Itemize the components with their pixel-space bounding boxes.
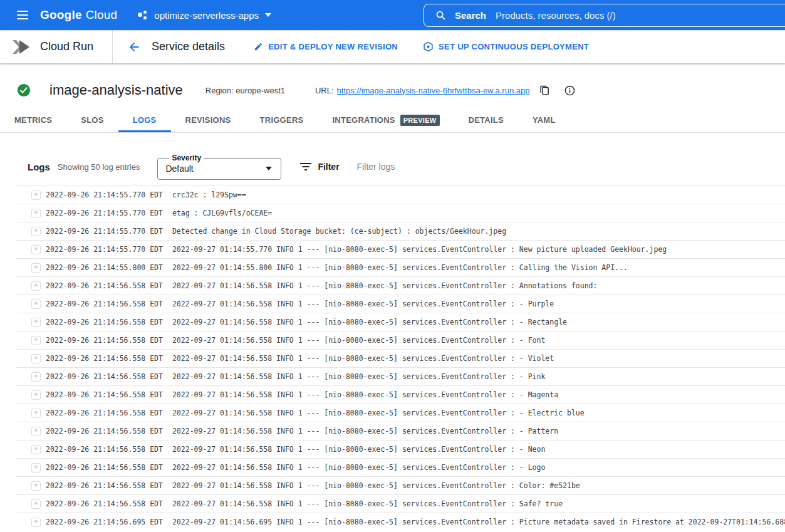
tab[interactable]: METRICS <box>0 110 66 132</box>
filter-icon <box>300 162 311 171</box>
log-timestamp: 2022-09-26 21:14:56.558 EDT <box>46 336 163 345</box>
log-message: 2022-09-27 01:14:56.558 INFO 1 --- [nio-… <box>172 463 545 472</box>
log-message: 2022-09-27 01:14:55.770 INFO 1 --- [nio-… <box>172 245 667 254</box>
log-severity-default-icon: * <box>31 318 41 327</box>
log-row[interactable]: * 2022-09-26 21:14:56.558 EDT 2022-09-27… <box>16 331 785 349</box>
log-row[interactable]: * 2022-09-26 21:14:56.558 EDT 2022-09-27… <box>16 313 785 331</box>
product-name[interactable]: Cloud Run <box>40 40 93 53</box>
tab[interactable]: SLOS <box>66 110 118 132</box>
log-timestamp: 2022-09-26 21:14:55.770 EDT <box>46 245 163 254</box>
service-region: Region: europe-west1 <box>205 86 285 95</box>
log-row[interactable]: * 2022-09-26 21:14:56.558 EDT 2022-09-27… <box>16 422 785 440</box>
log-severity-default-icon: * <box>31 427 41 436</box>
log-message: 2022-09-27 01:14:56.558 INFO 1 --- [nio-… <box>172 354 554 363</box>
log-severity-default-icon: * <box>31 409 41 418</box>
info-icon <box>564 85 575 96</box>
log-row[interactable]: * 2022-09-26 21:14:55.770 EDT Detected c… <box>16 222 785 240</box>
log-severity-default-icon: * <box>31 354 41 363</box>
log-row[interactable]: * 2022-09-26 21:14:56.558 EDT 2022-09-27… <box>16 404 785 422</box>
url-info-button[interactable] <box>562 83 577 98</box>
status-ok-icon <box>17 83 31 97</box>
log-row[interactable]: * 2022-09-26 21:14:55.770 EDT crc32c : l… <box>16 185 785 204</box>
logo-cloud-text: Cloud <box>86 8 118 22</box>
log-severity-default-icon: * <box>31 390 41 400</box>
menu-icon[interactable] <box>10 3 35 28</box>
tab[interactable]: INTEGRATIONS PREVIEW <box>318 110 454 132</box>
edit-deploy-revision-button[interactable]: EDIT & DEPLOY NEW REVISION <box>254 42 398 51</box>
log-row[interactable]: * 2022-09-26 21:14:56.558 EDT 2022-09-27… <box>16 440 785 458</box>
search-label: Search <box>455 10 486 21</box>
tab[interactable]: DETAILS <box>454 110 518 132</box>
log-severity-default-icon: * <box>31 190 41 200</box>
tab-bar: METRICS SLOS LOGS REVISIONS TRIGGERS INT… <box>0 110 785 133</box>
tab-label: METRICS <box>14 115 52 125</box>
search-placeholder: Products, resources, docs (/) <box>496 10 616 21</box>
search-icon <box>435 10 446 21</box>
log-timestamp: 2022-09-26 21:14:56.558 EDT <box>46 318 163 326</box>
log-row[interactable]: * 2022-09-26 21:14:55.800 EDT 2022-09-27… <box>16 258 785 276</box>
severity-select[interactable]: Severity Default <box>157 154 281 180</box>
tab[interactable]: REVISIONS <box>171 110 246 132</box>
log-timestamp: 2022-09-26 21:14:56.558 EDT <box>46 354 163 363</box>
log-severity-default-icon: * <box>31 499 41 509</box>
log-timestamp: 2022-09-26 21:14:56.558 EDT <box>46 390 163 399</box>
log-message: 2022-09-27 01:14:56.558 INFO 1 --- [nio-… <box>172 481 580 490</box>
log-message: 2022-09-27 01:14:56.558 INFO 1 --- [nio-… <box>172 318 567 326</box>
project-name: optimize-serverless-apps <box>154 10 259 21</box>
log-message: 2022-09-27 01:14:56.558 INFO 1 --- [nio-… <box>172 445 545 454</box>
top-app-bar: Google Cloud optimize-serverless-apps Se… <box>0 0 785 30</box>
service-url-link[interactable]: https://image-analysis-native-6hrfwttbsa… <box>337 86 530 95</box>
setup-continuous-deployment-button[interactable]: SET UP CONTINUOUS DEPLOYMENT <box>423 41 589 52</box>
log-severity-default-icon: * <box>31 245 41 254</box>
filter-input-placeholder[interactable]: Filter logs <box>357 162 395 172</box>
log-severity-default-icon: * <box>31 518 41 527</box>
tab-label: SLOS <box>81 115 103 125</box>
log-timestamp: 2022-09-26 21:14:56.558 EDT <box>46 300 163 308</box>
log-message: 2022-09-27 01:14:56.558 INFO 1 --- [nio-… <box>172 281 598 290</box>
product-header: Cloud Run Service details EDIT & DEPLOY … <box>0 30 785 63</box>
back-button[interactable] <box>122 34 147 60</box>
google-cloud-logo[interactable]: Google Cloud <box>40 8 117 22</box>
log-timestamp: 2022-09-26 21:14:55.770 EDT <box>46 190 163 199</box>
log-message: Detected change in Cloud Storage bucket:… <box>172 227 506 236</box>
log-row[interactable]: * 2022-09-26 21:14:56.695 EDT 2022-09-27… <box>16 513 785 531</box>
arrow-back-icon <box>127 40 141 54</box>
log-message: 2022-09-27 01:14:56.558 INFO 1 --- [nio-… <box>172 390 558 399</box>
log-severity-default-icon: * <box>31 463 41 472</box>
log-row[interactable]: * 2022-09-26 21:14:56.558 EDT 2022-09-27… <box>16 276 785 295</box>
logs-toolbar: Logs Showing 50 log entries Severity Def… <box>0 149 785 184</box>
log-row[interactable]: * 2022-09-26 21:14:55.770 EDT etag : CJL… <box>16 204 785 222</box>
log-message: 2022-09-27 01:14:56.558 INFO 1 --- [nio-… <box>172 427 558 436</box>
project-switcher[interactable]: optimize-serverless-apps <box>137 9 271 21</box>
log-row[interactable]: * 2022-09-26 21:14:56.558 EDT 2022-09-27… <box>16 494 785 513</box>
log-timestamp: 2022-09-26 21:14:56.558 EDT <box>46 445 163 454</box>
tab[interactable]: TRIGGERS <box>246 110 318 132</box>
log-message: 2022-09-27 01:14:56.558 INFO 1 --- [nio-… <box>172 499 563 508</box>
log-row[interactable]: * 2022-09-26 21:14:56.558 EDT 2022-09-27… <box>16 476 785 494</box>
chevron-down-icon <box>265 13 271 17</box>
log-message: crc32c : l29Spw== <box>172 190 246 199</box>
tab[interactable]: YAML <box>518 110 570 132</box>
tab-label: INTEGRATIONS <box>332 115 395 125</box>
log-message: 2022-09-27 01:14:56.558 INFO 1 --- [nio-… <box>172 336 545 345</box>
search-input[interactable]: Search Products, resources, docs (/) <box>424 4 785 27</box>
log-row[interactable]: * 2022-09-26 21:14:56.558 EDT 2022-09-27… <box>16 458 785 476</box>
preview-badge: PREVIEW <box>400 115 440 126</box>
log-row[interactable]: * 2022-09-26 21:14:56.558 EDT 2022-09-27… <box>16 385 785 404</box>
log-severity-default-icon: * <box>31 372 41 382</box>
log-row[interactable]: * 2022-09-26 21:14:56.558 EDT 2022-09-27… <box>16 349 785 367</box>
log-timestamp: 2022-09-26 21:14:56.558 EDT <box>46 427 163 436</box>
log-severity-default-icon: * <box>31 300 41 309</box>
tab-label: LOGS <box>133 115 157 125</box>
edit-deploy-revision-label: EDIT & DEPLOY NEW REVISION <box>268 42 398 51</box>
log-row[interactable]: * 2022-09-26 21:14:56.558 EDT 2022-09-27… <box>16 295 785 313</box>
log-row[interactable]: * 2022-09-26 21:14:55.770 EDT 2022-09-27… <box>16 240 785 258</box>
severity-value: Default <box>165 164 193 174</box>
tab-label: REVISIONS <box>185 115 231 125</box>
copy-url-button[interactable] <box>537 83 552 98</box>
tab[interactable]: LOGS <box>118 110 171 132</box>
log-row[interactable]: * 2022-09-26 21:14:56.558 EDT 2022-09-27… <box>16 367 785 385</box>
log-filter[interactable]: Filter Filter logs <box>300 162 395 172</box>
setup-continuous-deployment-label: SET UP CONTINUOUS DEPLOYMENT <box>439 42 589 51</box>
url-label: URL: <box>315 86 334 95</box>
